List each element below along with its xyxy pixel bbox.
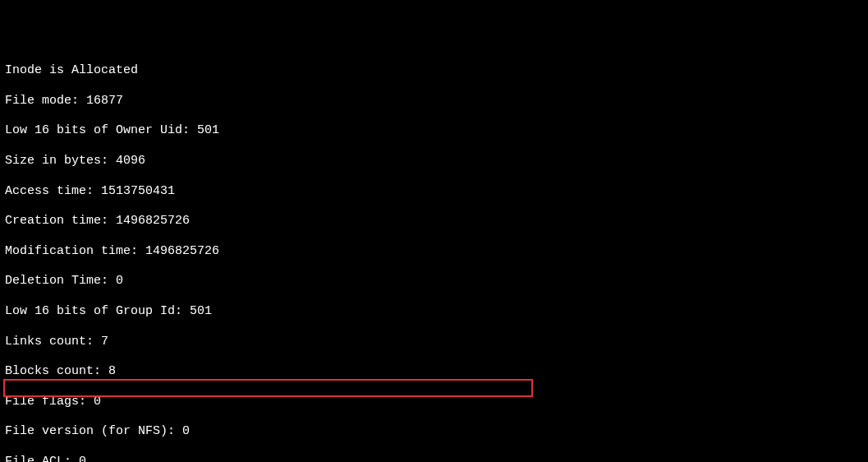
file-version: File version (for NFS): 0: [5, 424, 863, 439]
modification-time: Modification time: 1496825726: [5, 244, 863, 259]
access-time: Access time: 1513750431: [5, 184, 863, 199]
blocks-count: Blocks count: 8: [5, 364, 863, 379]
file-acl: File ACL: 0: [5, 455, 863, 462]
links-count: Links count: 7: [5, 335, 863, 349]
size-bytes: Size in bytes: 4096: [5, 154, 863, 169]
deletion-time: Deletion Time: 0: [5, 274, 863, 289]
low16-group: Low 16 bits of Group Id: 501: [5, 304, 863, 319]
low16-owner: Low 16 bits of Owner Uid: 501: [5, 123, 863, 138]
file-mode: File mode: 16877: [5, 94, 863, 109]
creation-time: Creation time: 1496825726: [5, 214, 863, 229]
file-flags: File flags: 0: [5, 395, 863, 409]
inode-header: Inode is Allocated: [5, 63, 863, 78]
